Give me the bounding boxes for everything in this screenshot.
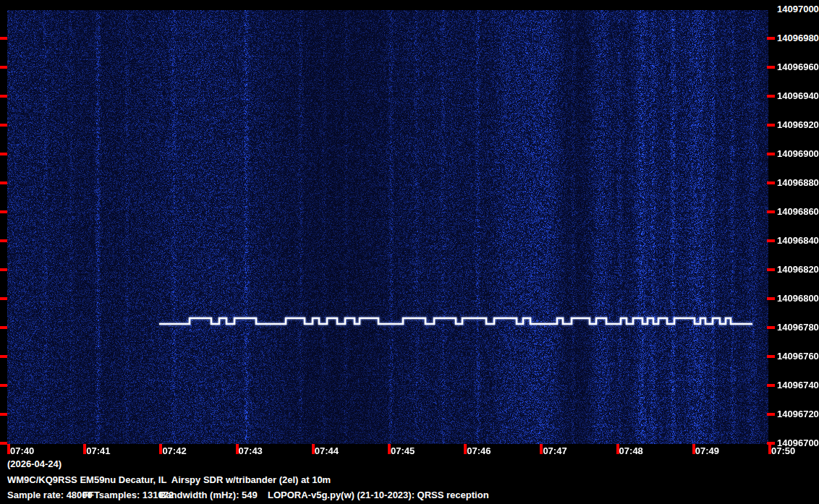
- freq-tick-left: [0, 37, 7, 40]
- freq-tick-right: [767, 268, 775, 271]
- freq-tick-left: [0, 181, 7, 184]
- freq-tick-label: 14096840: [777, 235, 819, 247]
- freq-tick-label: 14096820: [777, 264, 819, 276]
- freq-tick-right: [767, 95, 775, 98]
- time-tick-label: 07:40: [10, 445, 34, 457]
- freq-tick-right: [767, 153, 775, 155]
- time-tick-label: 07:49: [695, 445, 719, 457]
- freq-tick-left: [0, 442, 7, 445]
- bandwidth-label: Bandwidth (mHz): 549: [159, 490, 258, 500]
- time-tick-label: 07:41: [86, 445, 110, 457]
- station-info-line: WM9C/KQ9RSS EM59nu Decatur, IL Airspy SD…: [7, 474, 331, 485]
- freq-tick-left: [0, 297, 7, 300]
- freq-tick-right: [767, 66, 775, 69]
- freq-tick-left: [0, 268, 7, 271]
- time-tick-label: 07:45: [391, 445, 415, 457]
- freq-tick-right: [767, 384, 775, 387]
- freq-tick-label: 14096880: [777, 177, 819, 189]
- spectrogram-waterfall: [7, 10, 768, 444]
- freq-tick-label: 14096980: [777, 33, 819, 44]
- freq-tick-right: [767, 181, 775, 184]
- time-tick-label: 07:43: [239, 445, 263, 457]
- freq-tick-left: [0, 326, 7, 329]
- freq-tick-label: 14096860: [777, 206, 819, 218]
- freq-tick-left: [0, 210, 7, 213]
- freq-tick-left: [0, 355, 7, 358]
- freq-tick-label: 14096720: [777, 409, 819, 420]
- time-tick-label: 07:50: [771, 445, 795, 457]
- freq-tick-label: 14096920: [777, 119, 819, 131]
- freq-tick-left: [0, 413, 7, 416]
- freq-tick-label: 14096780: [777, 322, 819, 333]
- time-tick-label: 07:42: [162, 445, 186, 457]
- freq-tick-label: 14097000: [777, 4, 819, 15]
- freq-tick-left: [0, 66, 7, 69]
- freq-tick-left: [0, 153, 7, 155]
- freq-tick-right: [767, 413, 775, 416]
- freq-tick-left: [0, 384, 7, 387]
- freq-tick-label: 14096740: [777, 380, 819, 391]
- freq-tick-left: [0, 239, 7, 242]
- freq-tick-left: [0, 124, 7, 127]
- freq-tick-right: [767, 37, 775, 40]
- time-tick-label: 07:47: [543, 445, 566, 457]
- time-tick-label: 07:48: [619, 445, 643, 457]
- software-version-label: LOPORA-v5g.py(w) (21-10-2023): QRSS rece…: [268, 490, 489, 500]
- freq-tick-label: 14096800: [777, 293, 819, 304]
- freq-tick-label: 14096940: [777, 90, 819, 102]
- time-tick-label: 07:44: [315, 445, 339, 457]
- freq-tick-right: [767, 210, 775, 213]
- sample-rate-label: Sample rate: 48000: [7, 490, 93, 500]
- time-tick-label: 07:46: [467, 445, 491, 457]
- freq-tick-label: 14096900: [777, 148, 819, 160]
- freq-tick-left: [0, 95, 7, 98]
- freq-tick-right: [767, 239, 775, 242]
- freq-tick-right: [767, 297, 775, 300]
- freq-tick-right: [767, 355, 775, 358]
- freq-tick-label: 14096760: [777, 351, 819, 362]
- freq-tick-right: [767, 124, 775, 127]
- freq-tick-label: 14096960: [777, 61, 819, 73]
- date-annotation: (2026-04-24): [7, 458, 61, 469]
- freq-tick-right: [767, 326, 775, 329]
- qrss-grabber-page: { "chart_data": { "type": "heatmap", "ti…: [0, 0, 819, 504]
